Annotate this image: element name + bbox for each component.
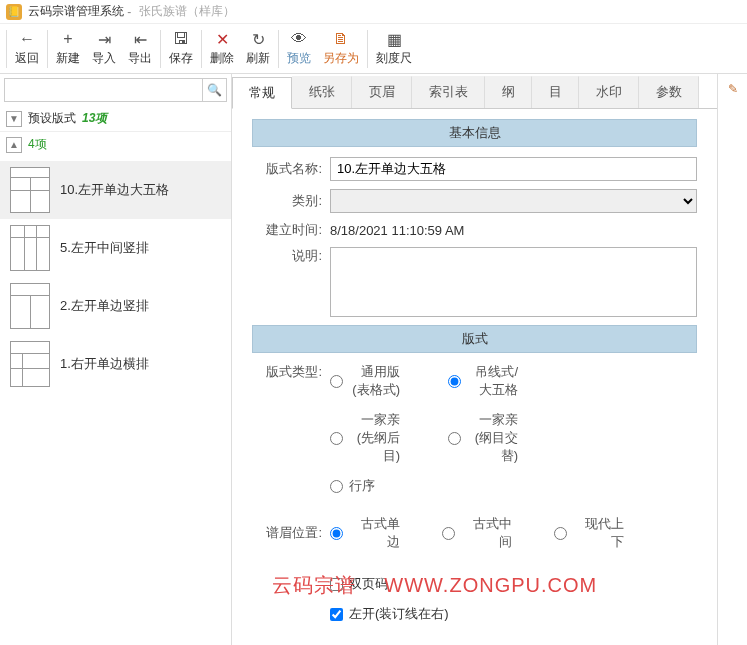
label-created: 建立时间: xyxy=(252,221,322,239)
form-pane: 基本信息 版式名称: 类别: 建立时间: 8/18/2021 11:10:59 … xyxy=(232,109,717,645)
window-titlebar: 📒 云码宗谱管理系统 - 张氏族谱（样库） xyxy=(0,0,747,24)
right-strip[interactable]: ✎ xyxy=(717,74,747,645)
value-created: 8/18/2021 11:10:59 AM xyxy=(330,223,464,238)
import-icon: ⇥ xyxy=(98,30,111,48)
label-desc: 说明: xyxy=(252,247,322,265)
section-basic-info: 基本信息 xyxy=(252,119,697,147)
check-dual-page[interactable]: 双页码 xyxy=(330,575,697,593)
search-icon: 🔍 xyxy=(207,83,222,97)
save-as-button[interactable]: 🗎 另存为 xyxy=(317,28,365,69)
radio-type-general[interactable]: 通用版(表格式) xyxy=(330,363,400,399)
radio-type-row[interactable]: 行序 xyxy=(330,477,400,495)
plus-icon: + xyxy=(63,30,72,48)
app-title: 云码宗谱管理系统 xyxy=(28,3,124,20)
tab-index[interactable]: 索引表 xyxy=(412,76,485,108)
import-button[interactable]: ⇥ 导入 xyxy=(86,28,122,69)
check-left-open[interactable]: 左开(装订线在右) xyxy=(330,605,697,623)
sidebar-section-header: ▼ 预设版式 13项 xyxy=(0,106,231,132)
refresh-button[interactable]: ↻ 刷新 xyxy=(240,28,276,69)
label-name: 版式名称: xyxy=(252,160,322,178)
x-icon: ✕ xyxy=(216,30,229,48)
delete-button[interactable]: ✕ 删除 xyxy=(204,28,240,69)
label-pos: 谱眉位置: xyxy=(252,524,322,542)
app-icon: 📒 xyxy=(6,4,22,20)
search-button[interactable]: 🔍 xyxy=(202,79,226,101)
export-icon: ⇤ xyxy=(134,30,147,48)
radio-type-hanging[interactable]: 吊线式/大五格 xyxy=(448,363,518,399)
input-name[interactable] xyxy=(330,157,697,181)
radio-pos-modern[interactable]: 现代上下 xyxy=(554,515,624,551)
pencil-icon: ✎ xyxy=(728,82,738,96)
tab-paper[interactable]: 纸张 xyxy=(292,76,352,108)
refresh-icon: ↻ xyxy=(252,30,265,48)
textarea-desc[interactable] xyxy=(330,247,697,317)
toolbar: ← 返回 + 新建 ⇥ 导入 ⇤ 导出 🖫 保存 ✕ 删除 ↻ 刷新 👁 预览 … xyxy=(0,24,747,74)
expander-down-icon[interactable]: ▼ xyxy=(6,111,22,127)
sidebar-sub-header: ▲ 4项 xyxy=(0,132,231,161)
back-arrow-icon: ← xyxy=(19,30,35,48)
sidebar-item[interactable]: 1.右开单边横排 xyxy=(0,335,231,393)
back-button[interactable]: ← 返回 xyxy=(9,28,45,69)
label-type: 版式类型: xyxy=(252,363,322,381)
sidebar-item[interactable]: 2.左开单边竖排 xyxy=(0,277,231,335)
radio-pos-classic-side[interactable]: 古式单边 xyxy=(330,515,400,551)
expander-up-icon[interactable]: ▲ xyxy=(6,137,22,153)
save-button[interactable]: 🖫 保存 xyxy=(163,28,199,69)
section-format: 版式 xyxy=(252,325,697,353)
radio-type-family1[interactable]: 一家亲(先纲后目) xyxy=(330,411,400,465)
save-icon: 🖫 xyxy=(173,30,189,48)
tab-header[interactable]: 页眉 xyxy=(352,76,412,108)
tab-general[interactable]: 常规 xyxy=(232,77,292,109)
doc-title: 张氏族谱（样库） xyxy=(139,3,235,20)
sidebar-list: 10.左开单边大五格 5.左开中间竖排 2.左开单边竖排 1.右开单边横排 xyxy=(0,161,231,645)
radio-pos-classic-mid[interactable]: 古式中间 xyxy=(442,515,512,551)
tab-bar: 常规 纸张 页眉 索引表 纲 目 水印 参数 xyxy=(232,76,717,109)
layout-thumbnail xyxy=(10,167,50,213)
export-button[interactable]: ⇤ 导出 xyxy=(122,28,158,69)
preview-button[interactable]: 👁 预览 xyxy=(281,28,317,69)
layout-thumbnail xyxy=(10,283,50,329)
select-category[interactable] xyxy=(330,189,697,213)
file-icon: 🗎 xyxy=(333,30,349,48)
ruler-button[interactable]: ▦ 刻度尺 xyxy=(370,28,418,69)
radio-type-family2[interactable]: 一家亲(纲目交替) xyxy=(448,411,518,465)
new-button[interactable]: + 新建 xyxy=(50,28,86,69)
sidebar-item[interactable]: 10.左开单边大五格 xyxy=(0,161,231,219)
eye-icon: 👁 xyxy=(291,30,307,48)
ruler-icon: ▦ xyxy=(387,30,402,48)
tab-params[interactable]: 参数 xyxy=(639,76,699,108)
tab-gang[interactable]: 纲 xyxy=(485,76,532,108)
search-input[interactable] xyxy=(5,79,202,101)
content-area: 常规 纸张 页眉 索引表 纲 目 水印 参数 基本信息 版式名称: 类别: 建立… xyxy=(232,74,717,645)
sidebar-item[interactable]: 5.左开中间竖排 xyxy=(0,219,231,277)
tab-watermark[interactable]: 水印 xyxy=(579,76,639,108)
layout-thumbnail xyxy=(10,225,50,271)
search-box: 🔍 xyxy=(4,78,227,102)
tab-mu[interactable]: 目 xyxy=(532,76,579,108)
label-category: 类别: xyxy=(252,192,322,210)
sidebar: 🔍 ▼ 预设版式 13项 ▲ 4项 10.左开单边大五格 xyxy=(0,74,232,645)
layout-thumbnail xyxy=(10,341,50,387)
